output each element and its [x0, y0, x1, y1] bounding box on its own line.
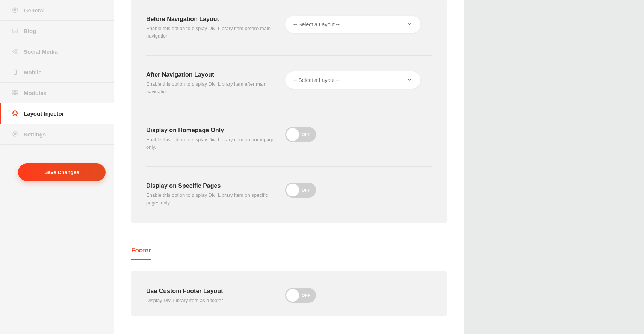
toggle-state: OFF [302, 132, 311, 137]
sidebar-item-label: Settings [24, 131, 46, 138]
toggle-knob [286, 289, 299, 302]
svg-point-0 [14, 9, 16, 11]
row-label: Display on Specific Pages Enable this op… [146, 183, 285, 206]
svg-point-5 [16, 49, 17, 50]
svg-line-8 [14, 50, 16, 51]
toggle-knob [286, 184, 299, 196]
svg-point-17 [14, 133, 16, 135]
sidebar-item-label: General [24, 7, 45, 14]
setting-description: Enable this option to display Divi Libra… [146, 80, 278, 95]
svg-rect-13 [15, 91, 17, 92]
svg-rect-10 [14, 70, 17, 74]
row-control: OFF [285, 183, 432, 198]
svg-point-7 [16, 53, 17, 54]
sidebar-item-general[interactable]: General [0, 0, 114, 21]
main-content: Before Navigation Layout Enable this opt… [114, 0, 464, 334]
setting-description: Enable this option to display Divi Libra… [146, 136, 278, 151]
row-label: Before Navigation Layout Enable this opt… [146, 16, 285, 39]
select-value: -- Select a Layout -- [293, 77, 340, 83]
sidebar-list: General Blog Social Media [0, 0, 114, 145]
sidebar-item-modules[interactable]: Modules [0, 83, 114, 103]
settings-icon [12, 131, 18, 138]
sidebar-item-label: Modules [24, 90, 47, 96]
select-value: -- Select a Layout -- [293, 21, 340, 27]
chevron-down-icon [407, 21, 412, 28]
before-nav-layout-select[interactable]: -- Select a Layout -- [285, 16, 420, 33]
toggle-knob [286, 128, 299, 141]
chevron-down-icon [407, 77, 412, 83]
svg-rect-14 [13, 93, 15, 95]
setting-title: After Navigation Layout [146, 71, 278, 78]
setting-description: Enable this option to display Divi Libra… [146, 25, 278, 39]
toggle-state: OFF [302, 188, 311, 192]
footer-settings-panel: Use Custom Footer Layout Display Divi Li… [131, 271, 447, 316]
row-control: -- Select a Layout -- [285, 16, 432, 33]
specific-pages-toggle[interactable]: OFF [285, 183, 316, 198]
row-display-homepage-only: Display on Homepage Only Enable this opt… [146, 111, 432, 167]
row-control: OFF [285, 288, 432, 303]
svg-marker-16 [12, 111, 18, 114]
row-before-navigation-layout: Before Navigation Layout Enable this opt… [146, 0, 432, 56]
setting-title: Before Navigation Layout [146, 16, 278, 23]
svg-point-18 [13, 132, 17, 136]
navigation-settings-panel: Before Navigation Layout Enable this opt… [131, 0, 447, 223]
footer-section-header: Footer [131, 244, 447, 260]
svg-rect-12 [13, 91, 15, 92]
grid-icon [12, 89, 18, 96]
viewport: General Blog Social Media [0, 0, 644, 334]
setting-title: Use Custom Footer Layout [146, 288, 278, 295]
sidebar-item-label: Social Media [24, 48, 58, 55]
setting-description: Display Divi Library item as a footer [146, 297, 278, 304]
newspaper-icon [12, 27, 18, 34]
svg-point-6 [13, 51, 14, 52]
sidebar-item-mobile[interactable]: Mobile [0, 62, 114, 83]
custom-footer-toggle[interactable]: OFF [285, 288, 316, 303]
toggle-state: OFF [302, 293, 311, 298]
row-label: Use Custom Footer Layout Display Divi Li… [146, 288, 285, 304]
sidebar-item-label: Layout Injector [24, 110, 64, 117]
share-icon [12, 48, 18, 55]
sidebar-item-blog[interactable]: Blog [0, 21, 114, 41]
save-button-wrap: Save Changes [0, 145, 114, 200]
sidebar: General Blog Social Media [0, 0, 114, 334]
setting-title: Display on Homepage Only [146, 127, 278, 134]
homepage-only-toggle[interactable]: OFF [285, 127, 316, 142]
row-control: -- Select a Layout -- [285, 71, 432, 89]
svg-rect-15 [15, 93, 17, 95]
svg-line-9 [14, 52, 16, 53]
layers-icon [12, 110, 18, 117]
sidebar-item-label: Blog [24, 28, 36, 34]
setting-description: Enable this option to display Divi Libra… [146, 192, 278, 206]
sidebar-item-label: Mobile [24, 69, 42, 76]
sidebar-item-social-media[interactable]: Social Media [0, 41, 114, 62]
row-custom-footer-layout: Use Custom Footer Layout Display Divi Li… [146, 271, 432, 316]
row-control: OFF [285, 127, 432, 142]
section-title: Footer [131, 244, 151, 260]
setting-title: Display on Specific Pages [146, 183, 278, 189]
row-label: Display on Homepage Only Enable this opt… [146, 127, 285, 151]
app-container: General Blog Social Media [0, 0, 464, 334]
sidebar-item-settings[interactable]: Settings [0, 124, 114, 145]
gear-icon [12, 7, 18, 14]
row-label: After Navigation Layout Enable this opti… [146, 71, 285, 95]
save-changes-button[interactable]: Save Changes [18, 163, 106, 181]
after-nav-layout-select[interactable]: -- Select a Layout -- [285, 71, 420, 89]
sidebar-item-layout-injector[interactable]: Layout Injector [0, 103, 114, 124]
row-after-navigation-layout: After Navigation Layout Enable this opti… [146, 56, 432, 111]
row-display-specific-pages: Display on Specific Pages Enable this op… [146, 167, 432, 209]
mobile-icon [12, 69, 18, 76]
